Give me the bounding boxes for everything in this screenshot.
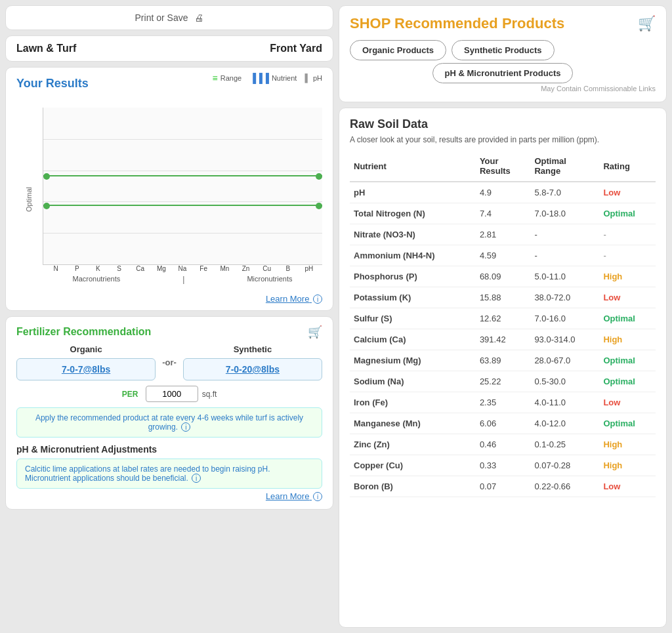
cell-optimal: 93.0-314.0: [530, 329, 599, 350]
ph-micro-info-icon[interactable]: i: [192, 474, 201, 483]
legend-nutrient-label: Nutrient: [272, 74, 297, 82]
col-rating: Rating: [599, 151, 656, 182]
cell-rating: Low: [599, 182, 656, 203]
print-icon[interactable]: 🖨: [194, 12, 203, 23]
print-save-card: Print or Save 🖨: [5, 5, 333, 30]
cell-rating: Optimal: [599, 371, 656, 392]
legend-range-label: Range: [220, 74, 242, 82]
organic-products-button[interactable]: Organic Products: [350, 40, 446, 60]
shop-cart-icon[interactable]: 🛒: [638, 15, 656, 32]
cell-rating: High: [599, 329, 656, 350]
cell-optimal: 7.0-16.0: [530, 308, 599, 329]
raw-soil-card: Raw Soil Data A closer look at your soil…: [339, 108, 667, 628]
synthetic-products-button[interactable]: Synthetic Products: [452, 40, 554, 60]
fert-organic-value[interactable]: 7-0-7@8lbs: [16, 358, 156, 380]
fert-columns: Organic 7-0-7@8lbs -or- Synthetic 7-0-20…: [16, 344, 322, 380]
cell-result: 4.59: [476, 245, 531, 266]
table-body: pH4.95.8-7.0LowTotal Nitrogen (N)7.47.0-…: [350, 182, 656, 497]
cell-rating: Optimal: [599, 203, 656, 224]
cell-nutrient: Zinc (Zn): [350, 434, 476, 455]
fert-per-input[interactable]: [146, 386, 198, 402]
chart-inner: [43, 108, 322, 265]
table-row: Zinc (Zn)0.460.1-0.25High: [350, 434, 656, 455]
fert-cart-icon[interactable]: 🛒: [308, 325, 322, 339]
x-label-k: K: [89, 265, 107, 272]
cell-result: 7.4: [476, 203, 531, 224]
raw-soil-table: Nutrient YourResults OptimalRange Rating…: [350, 151, 656, 497]
cell-result: 12.62: [476, 308, 531, 329]
x-label-n: N: [47, 265, 65, 272]
x-label-mn: Mn: [215, 265, 234, 272]
table-row: Phosphorus (P)68.095.0-11.0High: [350, 266, 656, 287]
x-label-zn: Zn: [236, 265, 255, 272]
table-header: Nutrient YourResults OptimalRange Rating: [350, 151, 656, 182]
cell-rating: -: [599, 245, 656, 266]
table-row: Total Nitrogen (N)7.47.0-18.0Optimal: [350, 203, 656, 224]
x-label-na: Na: [173, 265, 192, 272]
cell-optimal: 7.0-18.0: [530, 203, 599, 224]
cell-nutrient: Iron (Fe): [350, 392, 476, 413]
ph-micro-products-button[interactable]: pH & Micronutrient Products: [432, 63, 574, 83]
cell-rating: Low: [599, 476, 656, 497]
cell-rating: Optimal: [599, 350, 656, 371]
fert-per-label: PER: [122, 390, 142, 399]
optimal-line-lower: [43, 205, 322, 206]
shop-header-card: SHOP Recommended Products 🛒 Organic Prod…: [339, 5, 667, 102]
table-row: Copper (Cu)0.330.07-0.28High: [350, 455, 656, 476]
table-row: Sodium (Na)25.220.5-30.0Optimal: [350, 371, 656, 392]
cell-rating: Low: [599, 392, 656, 413]
table-row: pH4.95.8-7.0Low: [350, 182, 656, 203]
shop-ph-button-row: pH & Micronutrient Products: [350, 63, 656, 83]
fert-organic-col: Organic 7-0-7@8lbs: [16, 344, 156, 380]
table-row: Ammonium (NH4-N)4.59--: [350, 245, 656, 266]
fert-per-row: PER sq.ft: [16, 386, 322, 402]
cell-nutrient: Total Nitrogen (N): [350, 203, 476, 224]
table-row: Calcium (Ca)391.4293.0-314.0High: [350, 329, 656, 350]
legend: ≡ Range ▐▐▐ Nutrient ▌ pH: [213, 73, 322, 83]
right-panel: SHOP Recommended Products 🛒 Organic Prod…: [339, 5, 667, 628]
fert-learn-more[interactable]: Learn More i: [16, 491, 322, 501]
cell-optimal: 5.0-11.0: [530, 266, 599, 287]
cell-rating: Optimal: [599, 308, 656, 329]
shop-title-row: SHOP Recommended Products 🛒: [350, 15, 656, 32]
fert-learn-more-icon[interactable]: i: [313, 492, 322, 501]
cell-nutrient: Potassium (K): [350, 287, 476, 308]
fert-synthetic-value[interactable]: 7-0-20@8lbs: [183, 358, 322, 380]
cell-result: 6.06: [476, 413, 531, 434]
results-card: Your Results ≡ Range ▐▐▐ Nutrient ▌ pH: [5, 67, 333, 311]
x-labels: NPKSCaMgNaFeMnZnCuBpH: [43, 265, 322, 272]
legend-ph-label: pH: [313, 74, 322, 82]
cell-rating: High: [599, 266, 656, 287]
x-label-p: P: [68, 265, 86, 272]
print-save-label: Print or Save: [135, 12, 188, 23]
table-row: Sulfur (S)12.627.0-16.0Optimal: [350, 308, 656, 329]
bars-container: [43, 108, 322, 264]
fert-title-row: Fertilizer Recommendation 🛒: [16, 325, 322, 339]
cell-result: 25.22: [476, 371, 531, 392]
cell-nutrient: Manganese (Mn): [350, 413, 476, 434]
results-learn-more[interactable]: Learn More i: [16, 294, 322, 304]
results-info-icon[interactable]: i: [313, 295, 322, 304]
cell-optimal: 0.07-0.28: [530, 455, 599, 476]
cell-nutrient: Nitrate (NO3-N): [350, 224, 476, 245]
left-panel: Print or Save 🖨 Lawn & Turf Front Yard Y…: [5, 5, 333, 628]
cell-nutrient: Calcium (Ca): [350, 329, 476, 350]
cell-optimal: 0.5-30.0: [530, 371, 599, 392]
fert-or-label: -or-: [162, 357, 177, 367]
cell-result: 2.81: [476, 224, 531, 245]
cell-result: 4.9: [476, 182, 531, 203]
fert-info-icon[interactable]: i: [181, 422, 190, 432]
table-row: Manganese (Mn)6.064.0-12.0Optimal: [350, 413, 656, 434]
chart-y-label: Optimal: [25, 187, 33, 212]
col-results: YourResults: [476, 151, 531, 182]
x-label-mg: Mg: [152, 265, 171, 272]
fert-info-text: Apply the recommended product at rate ev…: [35, 413, 303, 432]
cell-result: 63.89: [476, 350, 531, 371]
x-label-cu: Cu: [258, 265, 276, 272]
fert-synthetic-col: Synthetic 7-0-20@8lbs: [183, 344, 322, 380]
cell-rating: High: [599, 455, 656, 476]
cell-result: 2.35: [476, 392, 531, 413]
shop-title-label: SHOP Recommended Products: [350, 15, 564, 32]
location-type: Lawn & Turf: [16, 43, 76, 54]
cell-result: 15.88: [476, 287, 531, 308]
